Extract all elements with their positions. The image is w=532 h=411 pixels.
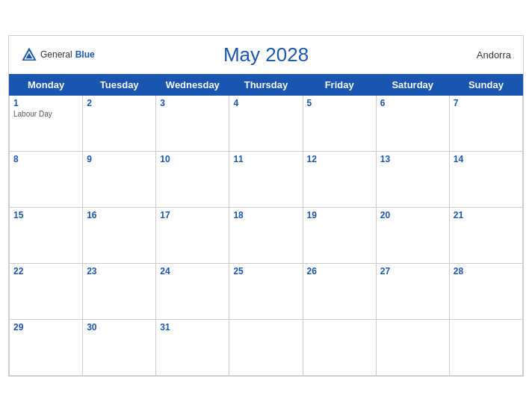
calendar-cell: 6	[376, 95, 449, 151]
calendar-cell: 5	[303, 95, 376, 151]
day-number: 19	[307, 210, 372, 220]
day-number: 20	[380, 210, 445, 220]
calendar-cell: 2	[83, 95, 156, 151]
calendar-week-row: 15161718192021	[10, 207, 523, 263]
calendar-cell: 22	[10, 263, 83, 319]
calendar-cell: 16	[83, 207, 156, 263]
calendar-week-row: 22232425262728	[10, 263, 523, 319]
day-number: 9	[87, 154, 152, 164]
day-number: 12	[307, 154, 372, 164]
calendar-week-row: 293031	[10, 319, 523, 375]
calendar-cell: 9	[83, 151, 156, 207]
day-number: 17	[160, 210, 225, 220]
header-saturday: Saturday	[376, 74, 449, 95]
calendar-cell: 17	[156, 207, 229, 263]
day-number: 10	[160, 154, 225, 164]
calendar-cell: 13	[376, 151, 449, 207]
day-number: 3	[160, 98, 225, 108]
calendar-cell: 12	[303, 151, 376, 207]
calendar-cell	[376, 319, 449, 375]
calendar-cell: 1Labour Day	[10, 95, 83, 151]
calendar-cell	[449, 319, 522, 375]
calendar-cell: 26	[303, 263, 376, 319]
day-number: 18	[233, 210, 298, 220]
calendar-week-row: 1Labour Day234567	[10, 95, 523, 151]
day-number: 16	[87, 210, 152, 220]
calendar-cell: 15	[10, 207, 83, 263]
calendar-cell: 14	[449, 151, 522, 207]
calendar-cell: 3	[156, 95, 229, 151]
calendar-cell: 23	[83, 263, 156, 319]
calendar-cell	[303, 319, 376, 375]
weekday-header-row: Monday Tuesday Wednesday Thursday Friday…	[10, 74, 523, 95]
day-number: 24	[160, 266, 225, 276]
day-number: 15	[13, 210, 78, 220]
header-friday: Friday	[303, 74, 376, 95]
day-number: 23	[87, 266, 152, 276]
day-number: 13	[380, 154, 445, 164]
day-number: 14	[454, 154, 519, 164]
calendar-cell: 21	[449, 207, 522, 263]
calendar-cell: 18	[229, 207, 303, 263]
generalblue-logo-icon	[21, 46, 37, 63]
calendar-cell	[229, 319, 303, 375]
day-number: 26	[307, 266, 372, 276]
header-thursday: Thursday	[229, 74, 303, 95]
calendar-container: General Blue May 2028 Andorra Monday Tue…	[8, 35, 524, 377]
day-number: 2	[87, 98, 152, 108]
header-sunday: Sunday	[449, 74, 522, 95]
calendar-cell: 19	[303, 207, 376, 263]
calendar-table: Monday Tuesday Wednesday Thursday Friday…	[9, 74, 523, 376]
country-label: Andorra	[477, 49, 511, 61]
day-number: 7	[454, 98, 519, 108]
day-number: 1	[13, 98, 78, 108]
day-number: 27	[380, 266, 445, 276]
day-number: 11	[233, 154, 298, 164]
calendar-cell: 30	[83, 319, 156, 375]
calendar-cell: 11	[229, 151, 303, 207]
calendar-cell: 24	[156, 263, 229, 319]
calendar-cell: 28	[449, 263, 522, 319]
logo-general-text: General	[40, 49, 72, 60]
calendar-header: General Blue May 2028 Andorra	[9, 36, 523, 74]
day-number: 4	[233, 98, 298, 108]
day-number: 28	[454, 266, 519, 276]
calendar-cell: 4	[229, 95, 303, 151]
calendar-cell: 31	[156, 319, 229, 375]
calendar-title: May 2028	[223, 43, 309, 67]
header-monday: Monday	[10, 74, 83, 95]
holiday-label: Labour Day	[13, 110, 78, 118]
day-number: 25	[233, 266, 298, 276]
calendar-body: 1Labour Day23456789101112131415161718192…	[10, 95, 523, 375]
day-number: 6	[380, 98, 445, 108]
calendar-cell: 8	[10, 151, 83, 207]
day-number: 30	[87, 322, 152, 333]
logo-blue-text: Blue	[75, 49, 95, 60]
day-number: 31	[160, 322, 225, 333]
calendar-cell: 27	[376, 263, 449, 319]
day-number: 21	[454, 210, 519, 220]
day-number: 8	[13, 154, 78, 164]
day-number: 29	[13, 322, 78, 333]
day-number: 5	[307, 98, 372, 108]
calendar-week-row: 891011121314	[10, 151, 523, 207]
calendar-cell: 29	[10, 319, 83, 375]
calendar-cell: 7	[449, 95, 522, 151]
calendar-cell: 10	[156, 151, 229, 207]
header-tuesday: Tuesday	[83, 74, 156, 95]
calendar-cell: 25	[229, 263, 303, 319]
calendar-cell: 20	[376, 207, 449, 263]
day-number: 22	[13, 266, 78, 276]
header-wednesday: Wednesday	[156, 74, 229, 95]
calendar-thead: Monday Tuesday Wednesday Thursday Friday…	[10, 74, 523, 95]
logo-area: General Blue	[21, 46, 95, 63]
